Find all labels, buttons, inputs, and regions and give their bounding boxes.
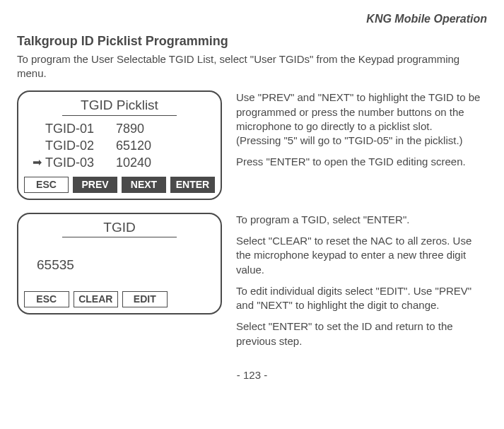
section1-text: Use "PREV" and "NEXT" to highlight the T… bbox=[236, 90, 487, 176]
page-title: Talkgroup ID Picklist Programming bbox=[17, 33, 487, 49]
edit-button[interactable]: EDIT bbox=[122, 291, 168, 307]
list-item: ➡ TGID-03 10240 bbox=[33, 154, 215, 171]
enter-button[interactable]: ENTER bbox=[170, 177, 215, 193]
paragraph: Select "ENTER" to set the ID and return … bbox=[236, 319, 487, 348]
intro-text: To program the User Selectable TGID List… bbox=[17, 52, 487, 81]
row-label: TGID-02 bbox=[45, 137, 116, 154]
row-label: TGID-03 bbox=[45, 154, 116, 171]
esc-button[interactable]: ESC bbox=[24, 177, 69, 193]
paragraph: Use "PREV" and "NEXT" to highlight the T… bbox=[236, 90, 487, 148]
row-value: 7890 bbox=[116, 120, 215, 137]
screen1-buttons: ESC PREV NEXT ENTER bbox=[24, 177, 215, 193]
doc-header: KNG Mobile Operation bbox=[17, 11, 487, 27]
row-value: 10240 bbox=[116, 154, 215, 171]
paragraph: To program a TGID, select "ENTER". bbox=[236, 213, 487, 227]
page-number: - 123 - bbox=[17, 368, 487, 382]
section-picklist: TGID Picklist TGID-01 7890 TGID-02 65120… bbox=[17, 90, 487, 199]
section2-text: To program a TGID, select "ENTER". Selec… bbox=[236, 213, 487, 355]
screen2-value: 65535 bbox=[24, 249, 215, 291]
row-label: TGID-01 bbox=[45, 120, 116, 137]
list-item: TGID-02 65120 bbox=[33, 137, 215, 154]
esc-button[interactable]: ESC bbox=[24, 291, 69, 307]
prev-button[interactable]: PREV bbox=[73, 177, 117, 193]
paragraph: To edit individual digits select "EDIT".… bbox=[236, 284, 487, 313]
paragraph: Select "CLEAR" to reset the NAC to all z… bbox=[236, 234, 487, 277]
screen1-title: TGID Picklist bbox=[62, 96, 177, 116]
next-button[interactable]: NEXT bbox=[122, 177, 166, 193]
screen1-list: TGID-01 7890 TGID-02 65120 ➡ TGID-03 102… bbox=[24, 119, 215, 177]
device-screen-picklist: TGID Picklist TGID-01 7890 TGID-02 65120… bbox=[17, 90, 222, 199]
clear-button[interactable]: CLEAR bbox=[74, 291, 119, 307]
list-item: TGID-01 7890 bbox=[33, 120, 215, 137]
arrow-icon: ➡ bbox=[33, 155, 45, 170]
paragraph: Press "ENTER" to open the TGID editing s… bbox=[236, 155, 487, 169]
screen2-buttons: ESC CLEAR EDIT bbox=[24, 291, 215, 307]
section-tgid: TGID 65535 ESC CLEAR EDIT To program a T… bbox=[17, 213, 487, 355]
device-screen-tgid: TGID 65535 ESC CLEAR EDIT bbox=[17, 213, 222, 315]
screen2-title: TGID bbox=[62, 218, 177, 238]
row-value: 65120 bbox=[116, 137, 215, 154]
